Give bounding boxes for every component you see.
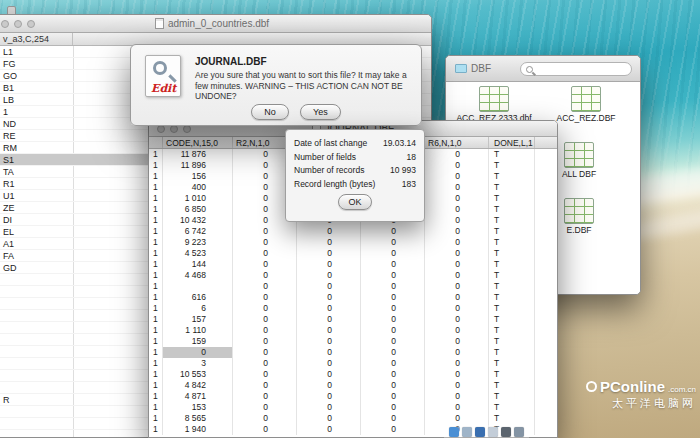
cell-r4: 0 [297,226,361,237]
column-header[interactable]: CODE,N,15,0 [163,137,233,148]
column-header[interactable] [149,137,163,148]
cell-done: T [489,413,535,424]
table-row[interactable]: 1 4 523 0 0 0 0 T [149,248,557,259]
minimize-button[interactable] [14,20,22,28]
cell-recno: 1 [149,270,163,281]
cell-done: T [489,402,535,413]
cell-r2: 0 [233,237,297,248]
cell-done: T [489,215,535,226]
cell-r4: 0 [297,259,361,270]
table-row[interactable]: 1 3 0 0 0 0 T [149,358,557,369]
table-row[interactable]: 1 0 0 0 0 T [149,281,557,292]
column-header[interactable]: v_a3,C,254 [0,33,73,45]
column-header[interactable]: R6,N,1,0 [425,137,489,148]
cell-code: 10 553 [163,369,233,380]
cell-done: T [489,193,535,204]
cell-code: 8 565 [163,413,233,424]
cell-r6: 0 [425,402,489,413]
dock-icon[interactable] [449,427,459,437]
zoom-button[interactable] [183,125,191,133]
cell-empty [535,325,557,336]
table-row[interactable]: 1 1 110 0 0 0 0 T [149,325,557,336]
close-button[interactable] [157,125,165,133]
cell-recno: 1 [149,402,163,413]
cell-r5: 0 [361,347,425,358]
cell-done: T [489,182,535,193]
table-row[interactable]: 1 10 553 0 0 0 0 T [149,369,557,380]
titlebar-admin-countries[interactable]: admin_0_countries.dbf [0,15,431,33]
cell-recno: 1 [149,347,163,358]
cell-r6: 0 [425,248,489,259]
close-button[interactable] [1,20,9,28]
cell-r4: 0 [297,314,361,325]
cell-r2: 0 [233,347,297,358]
dock-icon[interactable] [501,427,511,437]
info-label: Number of records [294,164,364,178]
dbf-file-icon [564,198,594,224]
column-header[interactable] [535,137,557,148]
dock-icon[interactable] [475,427,485,437]
window-controls[interactable] [157,125,191,133]
info-row: Date of last change 19.03.14 [294,137,416,151]
cell-r6: 0 [425,369,489,380]
window-controls[interactable] [1,20,35,28]
dock-icon[interactable] [514,427,524,437]
cell-r6: 0 [425,292,489,303]
cell-r5: 0 [361,325,425,336]
cell-r6: 0 [425,204,489,215]
cell-recno: 1 [149,358,163,369]
table-row[interactable]: 1 153 0 0 0 0 T [149,402,557,413]
table-row[interactable]: 1 159 0 0 0 0 T [149,336,557,347]
cell-code: 4 871 [163,391,233,402]
cell-r6: 0 [425,237,489,248]
dock-icon[interactable] [462,427,472,437]
column-header[interactable]: DONE,L,1 [489,137,535,148]
table-row[interactable]: 1 4 871 0 0 0 0 T [149,391,557,402]
cell-recno: 1 [149,325,163,336]
zoom-button[interactable] [27,20,35,28]
search-field[interactable] [520,62,632,76]
cell-r6: 0 [425,347,489,358]
ok-button[interactable]: OK [338,194,372,210]
table-row[interactable]: 1 157 0 0 0 0 T [149,314,557,325]
table-row[interactable]: 1 4 842 0 0 0 0 T [149,380,557,391]
cell-recno: 1 [149,215,163,226]
cell-r2: 0 [233,336,297,347]
watermark: PConline .com.cn 太平洋电脑网 [586,378,696,411]
dock-icon[interactable] [488,427,498,437]
cell-done: T [489,160,535,171]
file-item[interactable]: ACC_REZ 2333.dbf [448,86,540,123]
dock [444,425,529,438]
cell-recno: 1 [149,171,163,182]
table-row[interactable]: 1 8 565 0 0 0 0 T [149,413,557,424]
cell-code [163,281,233,292]
cell-empty [535,314,557,325]
search-input[interactable] [537,63,629,75]
cell-r6: 0 [425,391,489,402]
cell-done: T [489,347,535,358]
cell-code: 616 [163,292,233,303]
cell-empty [535,204,557,215]
cell-code: 400 [163,182,233,193]
watermark-caption: 太平洋电脑网 [586,396,696,411]
info-row: Number of records 10 993 [294,164,416,178]
file-item[interactable]: ACC_REZ.DBF [540,86,632,123]
edit-caption: Edit [151,82,176,95]
table-row[interactable]: 1 9 223 0 0 0 0 T [149,237,557,248]
no-button[interactable]: No [251,104,289,120]
minimize-button[interactable] [170,125,178,133]
yes-button[interactable]: Yes [300,104,341,120]
cell-code: 4 523 [163,248,233,259]
cell-recno: 1 [149,424,163,435]
table-row[interactable]: 1 616 0 0 0 0 T [149,292,557,303]
cell-empty [535,292,557,303]
table-row[interactable]: 1 6 0 0 0 0 T [149,303,557,314]
cell-recno: 1 [149,380,163,391]
table-row[interactable]: 1 0 0 0 0 0 T [149,347,557,358]
table-row[interactable]: 1 4 468 0 0 0 0 T [149,270,557,281]
cell-r6: 0 [425,281,489,292]
finder-toolbar[interactable]: DBF [446,56,640,82]
table-row[interactable]: 1 6 742 0 0 0 0 T [149,226,557,237]
info-label: Number of fields [294,151,356,165]
table-row[interactable]: 1 144 0 0 0 0 T [149,259,557,270]
